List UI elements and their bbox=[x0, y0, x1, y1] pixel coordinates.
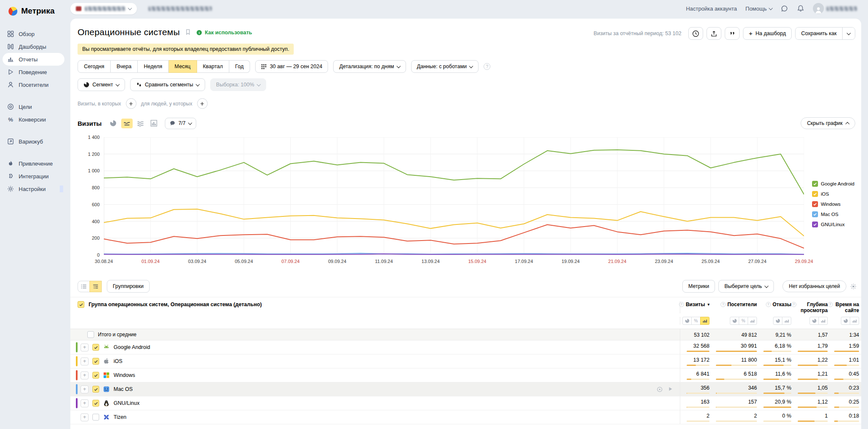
expand-button[interactable]: + bbox=[81, 371, 89, 379]
pie-toggle-icon[interactable] bbox=[730, 317, 739, 325]
sidebar-item-dashboards[interactable]: Дашборды bbox=[3, 40, 64, 53]
pie-toggle-icon[interactable] bbox=[841, 317, 850, 325]
period-button-Квартал[interactable]: Квартал bbox=[197, 60, 229, 73]
columns-toggle-icon[interactable] bbox=[148, 119, 160, 128]
series-Windows[interactable] bbox=[104, 225, 804, 249]
row-checkbox[interactable] bbox=[92, 372, 99, 379]
data-mode-dropdown[interactable]: Данные: с роботами bbox=[411, 60, 479, 73]
pie-toggle-icon[interactable] bbox=[682, 317, 692, 325]
compare-segments-dropdown[interactable]: Сравнить сегменты bbox=[130, 78, 205, 91]
export-button[interactable] bbox=[707, 27, 721, 40]
totals-checkbox[interactable] bbox=[87, 331, 94, 338]
sidebar-item-integrations[interactable]: Интеграции bbox=[3, 170, 64, 183]
percent-toggle-icon[interactable]: % bbox=[691, 317, 701, 325]
legend-item-iOS[interactable]: iOS bbox=[812, 191, 854, 197]
gear-icon[interactable] bbox=[850, 283, 857, 290]
detalization-dropdown[interactable]: Детализация: по дням bbox=[333, 60, 406, 73]
expand-button[interactable]: + bbox=[81, 343, 89, 352]
line-chart-toggle-icon[interactable] bbox=[121, 119, 133, 128]
sidebar-item-settings[interactable]: Настройки bbox=[3, 183, 64, 195]
series-iOS[interactable] bbox=[104, 209, 804, 236]
sidebar-item-reports[interactable]: Отчеты bbox=[3, 53, 64, 66]
legend-item-Google Android[interactable]: Google Android bbox=[812, 181, 854, 187]
hide-chart-button[interactable]: Скрыть график bbox=[801, 117, 855, 129]
bullseye-icon[interactable] bbox=[657, 386, 663, 393]
no-favorite-goals-pill[interactable]: Нет избранных целей bbox=[782, 280, 846, 292]
segment-dropdown[interactable]: Сегмент bbox=[78, 78, 125, 91]
sidebar-item-variocube[interactable]: Вариокуб bbox=[3, 135, 64, 148]
period-button-Месяц[interactable]: Месяц bbox=[169, 60, 197, 73]
sampling-dropdown[interactable]: Выборка: 100% bbox=[210, 78, 266, 91]
chart-plot-area[interactable] bbox=[104, 137, 804, 255]
legend-item-Mac OS[interactable]: Mac OS bbox=[812, 211, 854, 217]
choose-goal-dropdown[interactable]: Выберите цель bbox=[718, 280, 774, 293]
add-visit-condition-button[interactable] bbox=[126, 98, 136, 109]
segments-share-button[interactable] bbox=[725, 27, 740, 40]
how-to-use-link[interactable]: i Как использовать bbox=[196, 30, 252, 36]
question-icon[interactable]: ? bbox=[484, 63, 490, 70]
add-people-condition-button[interactable] bbox=[197, 98, 208, 109]
sidebar-item-attraction[interactable]: Привлечение bbox=[3, 157, 64, 170]
column-header-Посетители[interactable]: ?Посетители bbox=[709, 301, 757, 313]
period-button-Сегодня[interactable]: Сегодня bbox=[78, 60, 111, 73]
expand-button[interactable]: + bbox=[81, 357, 89, 365]
sidebar-item-overview[interactable]: Обзор bbox=[3, 28, 64, 40]
column-header-Время на сайте[interactable]: ?Время на сайте bbox=[828, 301, 859, 313]
list-view-icon[interactable] bbox=[78, 281, 90, 292]
bookmark-icon[interactable] bbox=[185, 29, 191, 35]
column-header-Отказы[interactable]: ?Отказы bbox=[757, 301, 791, 313]
column-header-Визиты[interactable]: ?Визиты▾ bbox=[680, 301, 709, 313]
sidebar-item-behavior[interactable]: Поведение bbox=[3, 66, 64, 78]
counter-selector[interactable] bbox=[70, 3, 137, 14]
period-button-Год[interactable]: Год bbox=[229, 60, 250, 73]
bars-toggle-icon[interactable] bbox=[748, 317, 757, 325]
bars-toggle-icon[interactable] bbox=[700, 317, 709, 325]
table-row-Tizen[interactable]: +Tizen220 %10:18 bbox=[70, 410, 861, 424]
feedback-icon[interactable] bbox=[781, 5, 788, 12]
bars-toggle-icon[interactable] bbox=[850, 317, 859, 325]
pie-toggle-icon[interactable] bbox=[773, 317, 782, 325]
table-row-Windows[interactable]: +Windows6 8416 51811,6 %1,210:45 bbox=[70, 368, 861, 382]
row-checkbox[interactable] bbox=[92, 414, 99, 421]
help-menu[interactable]: Помощь bbox=[746, 6, 772, 12]
metrics-button[interactable]: Метрики bbox=[682, 280, 715, 293]
add-to-dashboard-button[interactable]: +На дашборд bbox=[743, 27, 792, 40]
expand-button[interactable]: + bbox=[81, 413, 89, 421]
column-header-Глубина просмотра[interactable]: ?Глубина просмотра bbox=[791, 301, 828, 313]
row-checkbox[interactable] bbox=[92, 400, 99, 407]
percent-toggle-icon[interactable]: % bbox=[739, 317, 748, 325]
expand-button[interactable]: + bbox=[81, 399, 89, 407]
metrika-logo[interactable]: Метрика bbox=[0, 0, 67, 16]
play-icon[interactable] bbox=[668, 386, 673, 393]
account-settings-link[interactable]: Настройка аккаунта bbox=[686, 6, 737, 12]
table-row-iOS[interactable]: +iOS13 17211 80015,1 %1,221:01 bbox=[70, 354, 861, 368]
series-count-dropdown[interactable]: 7/7 bbox=[165, 118, 196, 129]
sidebar-item-visitors[interactable]: Посетители bbox=[3, 78, 64, 91]
table-row-Google Android[interactable]: +Google Android32 56830 9916,18 %1,791:5… bbox=[70, 340, 861, 354]
tree-view-icon[interactable] bbox=[89, 281, 102, 292]
expand-button[interactable]: + bbox=[81, 385, 89, 393]
row-checkbox[interactable] bbox=[92, 358, 99, 365]
groupings-button[interactable]: Группировки bbox=[107, 280, 150, 293]
table-row-GNU/Linux[interactable]: +GNU/Linux16315720,9 %1,120:25 bbox=[70, 396, 861, 410]
select-all-checkbox[interactable] bbox=[78, 301, 84, 308]
pie-toggle-icon[interactable] bbox=[810, 317, 819, 325]
period-button-Вчера[interactable]: Вчера bbox=[111, 60, 138, 73]
pie-chart-toggle-icon[interactable] bbox=[108, 119, 119, 128]
bars-toggle-icon[interactable] bbox=[818, 317, 828, 325]
period-button-Неделя[interactable]: Неделя bbox=[138, 60, 169, 73]
date-range-button[interactable]: 30 авг — 29 сен 2024 bbox=[255, 60, 328, 73]
sidebar-item-goals[interactable]: Цели bbox=[3, 100, 64, 113]
bars-toggle-icon[interactable] bbox=[782, 317, 791, 325]
user-menu[interactable] bbox=[813, 3, 857, 14]
stacked-area-toggle-icon[interactable] bbox=[135, 119, 146, 128]
history-clock-button[interactable] bbox=[688, 27, 703, 40]
row-checkbox[interactable] bbox=[92, 344, 99, 351]
table-row-Mac OS[interactable]: +Mac OS35634615,7 %1,050:23 bbox=[70, 382, 861, 396]
legend-item-Windows[interactable]: Windows bbox=[812, 201, 854, 207]
save-as-dropdown[interactable] bbox=[842, 28, 855, 39]
row-checkbox[interactable] bbox=[92, 386, 99, 393]
sidebar-item-conversions[interactable]: %Конверсии bbox=[3, 113, 64, 126]
notifications-icon[interactable] bbox=[797, 5, 804, 12]
save-as-button[interactable]: Сохранить как bbox=[796, 28, 842, 39]
